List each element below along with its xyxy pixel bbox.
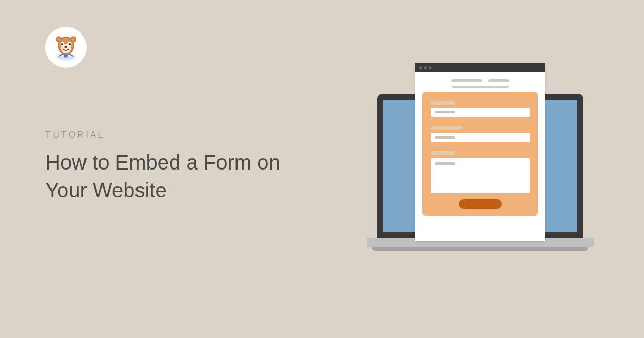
window-dot-icon [429,66,431,69]
hero-illustration [367,63,594,259]
browser-body [415,72,545,221]
svg-point-6 [57,38,61,41]
textarea-placeholder [431,158,530,193]
browser-window [415,63,545,241]
placeholder-line [435,136,455,139]
submit-button-placeholder [459,199,502,209]
text-input-placeholder [431,108,530,117]
embedded-form [422,92,538,216]
placeholder-line [435,111,455,113]
page-title: How to Embed a Form on Your Website [45,148,303,204]
placeholder-line [451,79,482,82]
svg-point-13 [62,43,63,44]
browser-titlebar [415,63,545,72]
svg-point-12 [69,43,71,45]
window-dot-icon [419,66,422,69]
category-eyebrow: TUTORIAL [45,130,303,140]
svg-point-11 [61,43,63,45]
placeholder-line [435,162,455,165]
svg-point-14 [70,43,70,44]
field-label-placeholder [431,151,455,155]
svg-point-15 [64,46,67,48]
bear-mascot-icon [52,33,80,62]
page-heading-placeholder [422,79,538,82]
placeholder-line [452,86,509,88]
field-label-placeholder [431,101,455,105]
text-input-placeholder [431,133,530,142]
field-label-placeholder [431,126,463,130]
placeholder-line [488,79,509,82]
brand-logo [45,27,87,68]
heading-block: TUTORIAL How to Embed a Form on Your Web… [45,130,303,204]
page-subheading-placeholder [422,86,538,88]
svg-point-7 [72,38,75,41]
window-dot-icon [424,66,427,69]
